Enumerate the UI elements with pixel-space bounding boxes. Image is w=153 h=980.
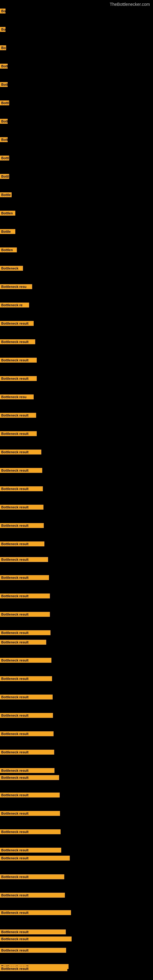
bottleneck-result-label: Bottleneck result — [0, 910, 71, 915]
bottleneck-result-label: Bottlen — [0, 247, 17, 252]
bar-row: Bottleneck result — [0, 811, 60, 817]
bar-row: Bottleneck result — [0, 792, 60, 799]
bottleneck-result-label: Bottleneck result — [0, 937, 72, 942]
bar-row: Bottleneck result — [0, 731, 54, 737]
bar-row: Bottleneck resu — [0, 395, 33, 401]
bottleneck-result-label: Bottleneck result — [0, 658, 51, 663]
bar-row: Bottleneck result — [0, 450, 41, 456]
bar-row: Bottleneck result — [0, 630, 51, 636]
bar-row: Bott — [0, 82, 8, 88]
bar-row: Bottleneck result — [0, 893, 65, 899]
bar-row: Bottleneck result — [0, 431, 37, 438]
bar-row: Bott — [0, 119, 8, 125]
bottleneck-result-label: Bo — [0, 27, 5, 32]
bar-row: Bottl — [0, 156, 9, 162]
bar-row: Bottleneck result — [0, 910, 71, 916]
bar-row: Bo — [0, 45, 6, 51]
bottleneck-result-label: Bottleneck result — [0, 676, 52, 681]
bottleneck-result-label: Bottleneck result — [0, 848, 61, 853]
bar-row: Bottleneck result — [0, 929, 66, 935]
bottleneck-result-label: Bott — [0, 137, 8, 142]
bottleneck-result-label: Bottleneck result — [0, 575, 49, 580]
bottleneck-result-label: Bottleneck — [0, 266, 23, 271]
bar-row: Bottleneck re — [0, 302, 29, 309]
bottleneck-result-label: Bottleneck result — [0, 557, 48, 562]
bottleneck-result-label: Bottleneck result — [0, 713, 53, 718]
bottleneck-result-label: Bottleneck result — [0, 829, 61, 834]
bottleneck-result-label: Bottl — [0, 174, 9, 179]
bar-row: Bottleneck result — [0, 321, 33, 327]
bar-row: Bottleneck result — [0, 523, 44, 529]
bar-row: Bottleneck result — [0, 713, 53, 719]
bottleneck-result-label: Bottleneck result — [0, 929, 66, 934]
bottleneck-result-label: Bottleneck result — [0, 731, 54, 736]
bottleneck-result-label: Bottleneck result — [0, 775, 59, 780]
bar-row: Bottleneck result — [0, 468, 42, 474]
bar-row: Bottle — [0, 192, 12, 199]
bar-row: Bottl — [0, 174, 9, 180]
bottleneck-result-label: Bottleneck result — [0, 792, 60, 797]
bar-row: Bottle — [0, 229, 15, 235]
bar-row: Bott — [0, 64, 8, 70]
bar-row: Bottleneck result — [0, 937, 72, 943]
bar-row: Bottleneck result — [0, 874, 64, 880]
bar-row: Bottleneck resu — [0, 284, 32, 290]
bottleneck-result-label: Bottleneck result — [0, 339, 35, 344]
bottleneck-result-label: Bottleneck result — [0, 450, 41, 455]
bar-row: Bottl — [0, 100, 9, 107]
bottleneck-result-label: Bottleneck result — [0, 612, 50, 617]
bar-row: Bottleneck result — [0, 848, 61, 854]
bar-row: Bottleneck result — [0, 966, 67, 972]
bottleneck-result-label: Bottleneck resu — [0, 284, 32, 289]
bottleneck-result-label: Bottleneck resu — [0, 395, 33, 399]
bottleneck-result-label: Bott — [0, 119, 8, 124]
bar-row: Bottleneck result — [0, 505, 43, 511]
bar-row: Bottleneck result — [0, 593, 50, 600]
bar-row: Bottleneck result — [0, 413, 36, 419]
bottleneck-result-label: Bottleneck result — [0, 541, 45, 546]
bar-row: Bottleneck result — [0, 775, 59, 781]
bar-row: Bottleneck result — [0, 768, 54, 774]
bottleneck-result-label: Bo — [0, 45, 6, 50]
bottleneck-result-label: Bott — [0, 82, 8, 87]
bar-row: Bottleneck result — [0, 676, 52, 682]
bottleneck-result-label: Bottleneck result — [0, 376, 37, 381]
bottleneck-result-label: Bottleneck result — [0, 468, 42, 473]
bar-row: Bottleneck result — [0, 541, 45, 547]
bottleneck-result-label: Bottle — [0, 192, 12, 197]
bottleneck-result-label: Bottleneck result — [0, 893, 65, 897]
bottleneck-result-label: Bottleneck result — [0, 856, 70, 861]
bottleneck-result-label: Bottleneck result — [0, 966, 67, 971]
bar-row: Bottleneck result — [0, 658, 51, 664]
bar-row: Bottleneck result — [0, 612, 50, 618]
bottleneck-result-label: Bottleneck result — [0, 874, 64, 879]
bar-row: Bottleneck result — [0, 575, 49, 581]
bottleneck-result-label: Bottleneck result — [0, 431, 37, 436]
bottleneck-result-label: Bottleneck result — [0, 640, 46, 645]
bottleneck-result-label: Bottleneck result — [0, 486, 43, 491]
bottleneck-result-label: Bo — [0, 9, 5, 13]
bottleneck-result-label: Bottleneck result — [0, 768, 54, 773]
bottleneck-result-label: Bottleneck result — [0, 695, 53, 700]
bar-row: Bo — [0, 27, 5, 33]
bottleneck-result-label: Bottl — [0, 156, 9, 161]
bottleneck-result-label: Bottleneck result — [0, 750, 54, 755]
bar-row: Bottleneck result — [0, 640, 46, 646]
bottleneck-result-label: Bott — [0, 64, 8, 68]
bottleneck-result-label: Bottleneck result — [0, 505, 43, 510]
bar-row: Bottleneck result — [0, 695, 53, 701]
bar-row: Bottleneck result — [0, 486, 43, 492]
bottleneck-result-label: Bottleneck result — [0, 948, 66, 953]
bar-row: Bottleneck result — [0, 829, 61, 835]
bottleneck-result-label: Bottleneck result — [0, 321, 33, 326]
bar-row: Bottleneck result — [0, 948, 66, 954]
bar-row: Bottlen — [0, 211, 15, 217]
bottleneck-result-label: Bottleneck result — [0, 811, 60, 816]
bar-row: Bottleneck result — [0, 358, 37, 364]
bar-row: Bottlen — [0, 247, 17, 254]
bar-row: Bo — [0, 9, 5, 15]
bar-row: Bottleneck result — [0, 750, 54, 756]
bar-row: Bottleneck — [0, 266, 23, 272]
bar-row: Bottleneck result — [0, 557, 48, 563]
bottleneck-result-label: Bottleneck result — [0, 630, 51, 635]
